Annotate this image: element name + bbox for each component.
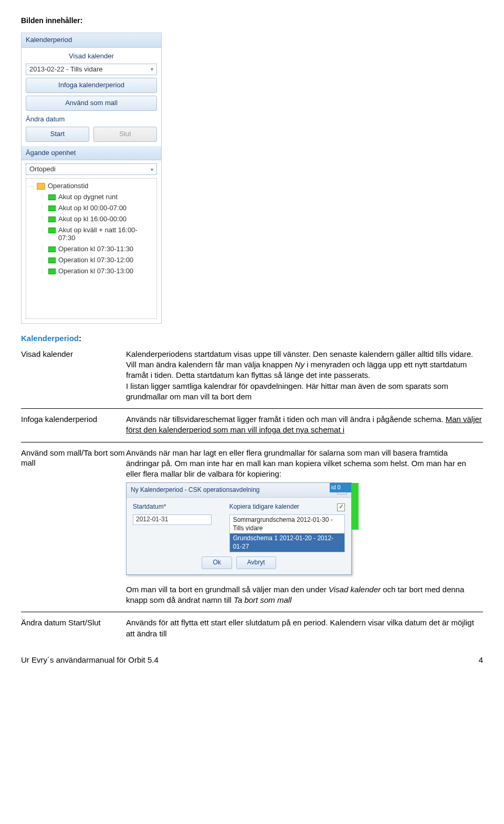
tree-item-label: Akut op kväll + natt 16:00-07:30 — [58, 226, 154, 242]
tree-item[interactable]: ⋮Akut op kväll + natt 16:00-07:30 — [29, 225, 154, 244]
agande-value: Ortopedi — [29, 165, 56, 174]
green-square-icon — [48, 258, 56, 263]
dialog-title-text: Ny Kalenderperiod - CSK operationsavdeln… — [131, 486, 259, 495]
tree-root[interactable]: ⋯ Operationstid — [29, 181, 154, 192]
definition-row: Ändra datum Start/Slut Används för att f… — [21, 617, 483, 639]
label-kopiera: Kopiera tidigare kalender — [229, 503, 299, 511]
infoga-kalenderperiod-button[interactable]: Infoga kalenderperiod — [26, 78, 157, 93]
dialog-titlebar: Ny Kalenderperiod - CSK operationsavdeln… — [127, 483, 351, 498]
avbryt-button[interactable]: Avbryt — [236, 557, 276, 569]
visad-kalender-dropdown[interactable]: 2013-02-22 - Tills vidare ▾ — [26, 64, 157, 75]
page-heading: Bilden innehåller: — [21, 16, 483, 25]
panel-body-kalender: Visad kalender 2013-02-22 - Tills vidare… — [22, 48, 161, 146]
tree-item[interactable]: ⋮Akut op kl 16:00-00:00 — [29, 214, 154, 225]
list-item-selected[interactable]: Grundschema 1 2012-01-20 - 2012-01-27 — [230, 533, 344, 552]
list-item[interactable]: Sommargrundschema 2012-01-30 - Tills vid… — [230, 515, 344, 533]
startdatum-value: 2012-01-31 — [136, 516, 168, 524]
term-infoga: Infoga kalenderperiod — [21, 414, 126, 425]
tree-item-label: Akut op dygnet runt — [58, 193, 118, 201]
green-square-icon — [48, 194, 56, 200]
tree-toggle-icon: ⋯ — [29, 183, 34, 190]
dialog-side-strip — [351, 483, 359, 530]
kopiera-checkbox[interactable]: ✓ — [337, 503, 345, 511]
tree-item[interactable]: ⋮Akut op kl 00:00-07:00 — [29, 203, 154, 214]
definition-row: Infoga kalenderperiod Används när tillsv… — [21, 414, 483, 436]
page-footer: Ur Evry´s användarmanual för Orbit 5.4 4 — [21, 655, 483, 665]
tree-item[interactable]: ⋮Operation kl 07:30-11:30 — [29, 244, 154, 255]
visad-kalender-value: 2013-02-22 - Tills vidare — [29, 65, 102, 74]
tree-item-label: Operation kl 07:30-13:00 — [58, 267, 133, 275]
page-number: 4 — [479, 655, 483, 665]
chevron-down-icon: ▾ — [151, 66, 153, 73]
label-startdatum: Startdatum* — [133, 503, 166, 510]
footer-text: Ur Evry´s användarmanual för Orbit 5.4 — [21, 655, 159, 665]
tree-item-label: Akut op kl 16:00-00:00 — [58, 215, 127, 223]
kalender-list[interactable]: Sommargrundschema 2012-01-30 - Tills vid… — [229, 514, 345, 552]
divider — [21, 442, 483, 442]
term-andra-datum: Ändra datum Start/Slut — [21, 617, 126, 628]
desc-visad-kalender: Kalenderperiodens startdatum visas uppe … — [126, 349, 483, 402]
tree-item[interactable]: ⋮Operation kl 07:30-12:00 — [29, 255, 154, 266]
divider — [21, 612, 483, 612]
tree-item[interactable]: ⋮Akut op dygnet runt — [29, 192, 154, 203]
operationstid-tree[interactable]: ⋯ Operationstid ⋮Akut op dygnet runt ⋮Ak… — [26, 178, 157, 319]
panel-screenshot: Kalenderperiod Visad kalender 2013-02-22… — [21, 33, 162, 324]
label-visad-kalender: Visad kalender — [26, 52, 157, 61]
chevron-down-icon: ▾ — [151, 166, 153, 173]
dialog-screenshot: id 0 Ny Kalenderperiod - CSK operationsa… — [126, 482, 352, 575]
tree-item-label: Operation kl 07:30-11:30 — [58, 245, 133, 253]
startdatum-input[interactable]: 2012-01-31 — [133, 514, 212, 525]
slut-button[interactable]: Slut — [93, 127, 157, 142]
divider — [21, 408, 483, 409]
desc-andra-datum: Används för att flytta ett start eller s… — [126, 617, 483, 639]
ok-button[interactable]: Ok — [202, 557, 232, 569]
desc-mall: Används när man har lagt en eller flera … — [126, 448, 483, 480]
anvand-som-mall-button[interactable]: Använd som mall — [26, 96, 157, 111]
tree-item-label: Akut op kl 00:00-07:00 — [58, 204, 127, 212]
green-square-icon — [48, 269, 56, 274]
panel-body-agande: Ortopedi ▾ ⋯ Operationstid ⋮Akut op dygn… — [22, 160, 161, 323]
definitions-section: Kalenderperiod: Visad kalender Kalenderp… — [21, 333, 483, 639]
green-square-icon — [48, 205, 56, 211]
agande-openhet-dropdown[interactable]: Ortopedi ▾ — [26, 163, 157, 175]
green-square-icon — [48, 246, 56, 252]
definition-title: Kalenderperiod: — [21, 333, 81, 344]
desc-mall-continued: Om man vill ta bort en grundmall så välj… — [126, 584, 483, 606]
definition-row: Använd som mall/Ta bort som mall Används… — [21, 448, 483, 606]
tree-root-label: Operationstid — [48, 182, 88, 191]
label-andra-datum: Ändra datum — [26, 115, 157, 124]
desc-infoga: Används när tillsvidareschemat ligger fr… — [126, 414, 483, 436]
tree-item[interactable]: ⋮Operation kl 07:30-13:00 — [29, 266, 154, 277]
panel-header-agande: Ägande openhet — [22, 146, 161, 161]
start-button[interactable]: Start — [26, 127, 89, 142]
tree-item-label: Operation kl 07:30-12:00 — [58, 256, 133, 264]
term-visad-kalender: Visad kalender — [21, 349, 126, 359]
green-square-icon — [48, 217, 56, 222]
folder-icon — [37, 183, 45, 190]
green-square-icon — [48, 228, 56, 233]
term-mall: Använd som mall/Ta bort som mall — [21, 448, 126, 468]
panel-header-kalenderperiod: Kalenderperiod — [22, 33, 161, 48]
definitions-table: Visad kalender Kalenderperiodens startda… — [21, 349, 483, 639]
definition-row: Visad kalender Kalenderperiodens startda… — [21, 349, 483, 402]
